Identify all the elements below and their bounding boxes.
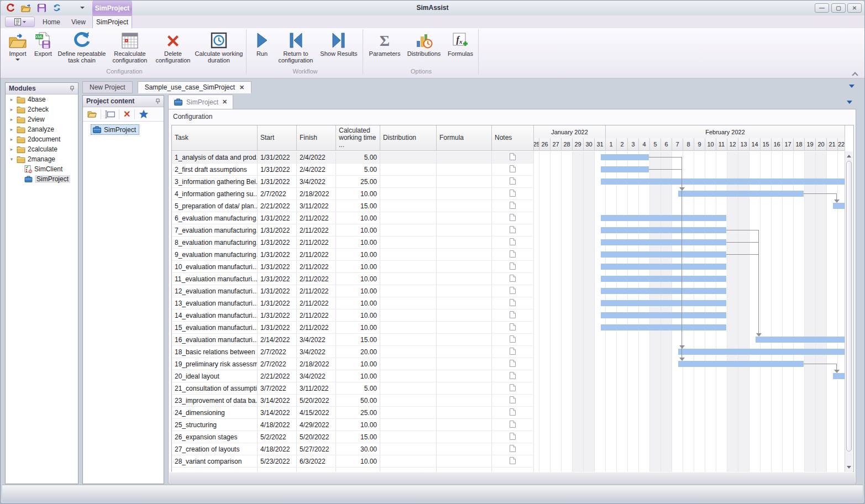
finish-cell[interactable]: 2/11/2022 xyxy=(297,297,336,309)
working-time-cell[interactable]: 10.00 xyxy=(336,419,380,431)
ribbon-button-run[interactable]: Run xyxy=(250,30,274,66)
task-row[interactable]: 10_evaluation manufacturi... 1/31/2022 2… xyxy=(172,261,534,273)
gantt-bar[interactable] xyxy=(833,203,845,209)
distribution-cell[interactable] xyxy=(380,309,437,322)
gantt-bar[interactable] xyxy=(601,324,726,330)
notes-cell[interactable] xyxy=(492,382,534,395)
notes-cell[interactable] xyxy=(492,200,534,212)
ribbon-button-clock[interactable]: Calculate working duration xyxy=(194,30,244,66)
formula-cell[interactable] xyxy=(437,164,492,176)
ribbon-button-export[interactable]: XML Export xyxy=(30,30,56,66)
task-row[interactable]: 21_consultation of assumpti... 3/7/2022 … xyxy=(172,382,534,395)
working-time-cell[interactable]: 10.00 xyxy=(336,249,380,261)
formula-cell[interactable] xyxy=(437,285,492,297)
app-menu-button[interactable] xyxy=(5,17,35,27)
gantt-bar[interactable] xyxy=(601,215,726,221)
working-time-cell[interactable]: 20.00 xyxy=(336,346,380,358)
task-row[interactable]: 7_evaluation manufacturing... 1/31/2022 … xyxy=(172,224,534,237)
distribution-cell[interactable] xyxy=(380,224,437,237)
favorite-star-icon[interactable] xyxy=(139,109,149,119)
task-name-cell[interactable] xyxy=(172,468,258,472)
column-header-start[interactable]: Start xyxy=(258,125,297,151)
notes-cell[interactable] xyxy=(492,297,534,309)
start-cell[interactable]: 2/14/2022 xyxy=(258,334,297,346)
formula-cell[interactable] xyxy=(437,443,492,455)
task-name-cell[interactable]: 1_analysis of data and prod... xyxy=(172,151,258,164)
start-cell[interactable]: 5/2/2022 xyxy=(258,431,297,443)
finish-cell[interactable]: 2/4/2022 xyxy=(297,151,336,164)
working-time-cell[interactable]: 15.00 xyxy=(336,431,380,443)
formula-cell[interactable] xyxy=(437,455,492,468)
open-folder-icon[interactable] xyxy=(87,111,97,118)
working-time-cell[interactable]: 10.00 xyxy=(336,455,380,468)
finish-cell[interactable]: 2/11/2022 xyxy=(297,322,336,334)
finish-cell[interactable]: 5/20/2022 xyxy=(297,431,336,443)
working-time-cell[interactable]: 10.00 xyxy=(336,188,380,200)
gantt-bar[interactable] xyxy=(601,166,649,172)
distribution-cell[interactable] xyxy=(380,261,437,273)
notes-cell[interactable] xyxy=(492,151,534,164)
start-cell[interactable]: 4/18/2022 xyxy=(258,443,297,455)
gantt-bar[interactable] xyxy=(833,373,845,379)
column-header-finish[interactable]: Finish xyxy=(297,125,336,151)
working-time-cell[interactable]: 15.00 xyxy=(336,200,380,212)
task-row[interactable]: 26_expansion stages 5/2/2022 5/20/2022 1… xyxy=(172,431,534,443)
finish-cell[interactable]: 2/11/2022 xyxy=(297,212,336,224)
finish-cell[interactable]: 3/4/2022 xyxy=(297,176,336,188)
task-row[interactable]: 14_evaluation manufacturi... 1/31/2022 2… xyxy=(172,309,534,322)
expand-right-icon[interactable]: ▸ xyxy=(9,136,14,142)
scrollbar-thumb[interactable] xyxy=(846,161,852,452)
maximize-button[interactable]: ▢ xyxy=(831,3,846,13)
task-row[interactable]: 11_evaluation manufacturi... 1/31/2022 2… xyxy=(172,273,534,285)
working-time-cell[interactable]: 10.00 xyxy=(336,322,380,334)
column-header-formula[interactable]: Formula xyxy=(437,125,492,151)
finish-cell[interactable]: 3/4/2022 xyxy=(297,346,336,358)
notes-cell[interactable] xyxy=(492,237,534,249)
module-item-simclient[interactable]: SimClient xyxy=(6,164,78,174)
close-button[interactable]: ✕ xyxy=(847,3,862,13)
working-time-cell[interactable]: 25.00 xyxy=(336,407,380,419)
notes-cell[interactable] xyxy=(492,468,534,472)
finish-cell[interactable]: 4/15/2022 xyxy=(297,407,336,419)
delete-icon[interactable]: ✕ xyxy=(123,110,130,119)
distribution-cell[interactable] xyxy=(380,334,437,346)
task-name-cell[interactable]: 19_preliminary risk assessm... xyxy=(172,358,258,370)
start-cell[interactable]: 1/31/2022 xyxy=(258,273,297,285)
distribution-cell[interactable] xyxy=(380,346,437,358)
task-name-cell[interactable]: 12_evaluation manufacturi... xyxy=(172,285,258,297)
formula-cell[interactable] xyxy=(437,249,492,261)
scroll-down-icon[interactable] xyxy=(847,466,851,469)
formula-cell[interactable] xyxy=(437,273,492,285)
working-time-cell[interactable]: 10.00 xyxy=(336,237,380,249)
task-name-cell[interactable]: 3_information gathering Bei... xyxy=(172,176,258,188)
formula-cell[interactable] xyxy=(437,176,492,188)
module-item-simproject[interactable]: SimProject xyxy=(6,174,78,184)
notes-cell[interactable] xyxy=(492,164,534,176)
task-name-cell[interactable]: 8_evaluation manufacturing... xyxy=(172,237,258,249)
working-time-cell[interactable]: 10.00 xyxy=(336,273,380,285)
notes-cell[interactable] xyxy=(492,419,534,431)
notes-cell[interactable] xyxy=(492,395,534,407)
notes-cell[interactable] xyxy=(492,273,534,285)
gantt-bar[interactable] xyxy=(678,349,845,355)
task-name-cell[interactable]: 16_evaluation manufacturi... xyxy=(172,334,258,346)
task-row[interactable]: 28_variant comparison 5/23/2022 6/3/2022… xyxy=(172,455,534,468)
module-item-2calculate[interactable]: ▸ 2calculate xyxy=(6,144,78,154)
task-row[interactable]: 6_evaluation manufacturing... 1/31/2022 … xyxy=(172,212,534,224)
start-cell[interactable]: 5/23/2022 xyxy=(258,455,297,468)
start-cell[interactable]: 1/31/2022 xyxy=(258,164,297,176)
distribution-cell[interactable] xyxy=(380,322,437,334)
distribution-cell[interactable] xyxy=(380,443,437,455)
notes-cell[interactable] xyxy=(492,249,534,261)
task-row[interactable]: 8_evaluation manufacturing... 1/31/2022 … xyxy=(172,237,534,249)
tab-simproject[interactable]: SimProject xyxy=(92,15,132,28)
working-time-cell[interactable]: 10.00 xyxy=(336,285,380,297)
formula-cell[interactable] xyxy=(437,370,492,382)
inner-tab-close-icon[interactable]: ✕ xyxy=(222,98,227,106)
working-time-cell[interactable]: 15.00 xyxy=(336,334,380,346)
notes-cell[interactable] xyxy=(492,285,534,297)
formula-cell[interactable] xyxy=(437,200,492,212)
formula-cell[interactable] xyxy=(437,334,492,346)
expand-right-icon[interactable]: ▸ xyxy=(9,117,14,122)
expand-right-icon[interactable]: ▸ xyxy=(9,146,14,152)
